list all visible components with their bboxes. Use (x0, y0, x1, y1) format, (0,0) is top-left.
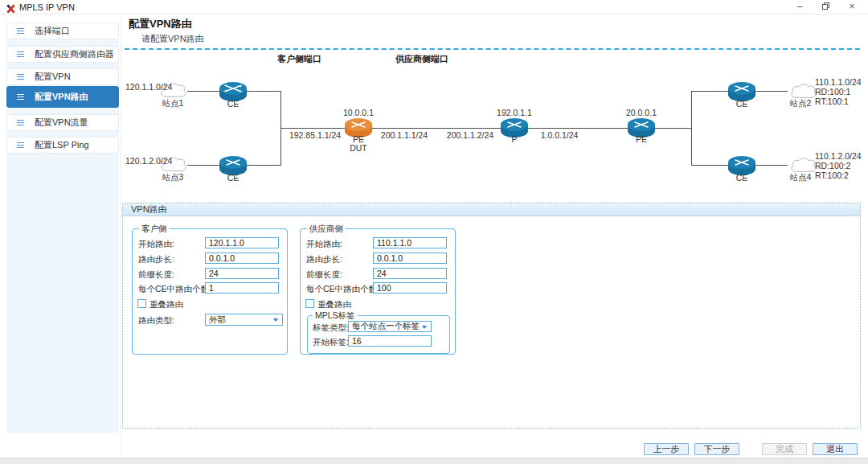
content-divider (121, 14, 121, 457)
title-bar: MPLS IP VPN – × (0, 0, 868, 14)
panel-header: VPN路由 (123, 203, 860, 216)
provider-prefix-length-input[interactable] (373, 268, 447, 279)
link-line (691, 91, 728, 92)
field-label: 开始路由: (138, 239, 174, 250)
overlap-label: 重叠路由 (149, 299, 183, 310)
pe-dut-ip: 10.0.0.1 (334, 108, 383, 117)
router-label-ce: CE (217, 99, 249, 109)
sidebar-item-select-port[interactable]: 选择端口 (6, 23, 119, 39)
customer-prefix-length-input[interactable] (205, 268, 279, 279)
page-title: 配置VPN路由 (129, 17, 192, 31)
site4-rd: RD:100:2 (815, 161, 850, 170)
menu-icon (17, 92, 24, 101)
provider-side-group: 供应商侧 开始路由: 路由步长: 前缀长度: 每个CE中路由个数: 重叠路由 M… (300, 228, 456, 355)
label-type-value: 每个站点一个标签 (352, 321, 420, 332)
router-label-ce: CE (726, 173, 758, 183)
site4-name: 站点4 (784, 172, 817, 183)
start-label-input[interactable] (348, 335, 432, 347)
customer-overlap-checkbox[interactable] (137, 299, 146, 308)
site1-name: 站点1 (157, 98, 189, 109)
finish-button: 完成 (762, 443, 807, 455)
customer-side-group: 客户侧 开始路由: 路由步长: 前缀长度: 每个CE中路由个数: 重叠路由 路由… (132, 228, 288, 355)
next-step-button[interactable]: 下一步 (694, 443, 739, 455)
sidebar-item-lsp-ping[interactable]: 配置LSP Ping (6, 137, 119, 154)
provider-routes-per-ce-input[interactable] (373, 282, 447, 294)
link-line (246, 165, 281, 166)
wizard-sidebar: 选择端口 配置供应商侧路由器 配置VPN 配置VPN路由 配置VPN流量 配置L… (6, 23, 119, 433)
link-line (528, 128, 628, 129)
link-line (691, 165, 728, 166)
sidebar-item-provider-router[interactable]: 配置供应商侧路由器 (6, 46, 119, 63)
field-label: 标签类型: (313, 322, 349, 334)
link-line (755, 91, 788, 92)
router-sublabel-dut: DUT (334, 143, 383, 153)
sidebar-item-vpn[interactable]: 配置VPN (6, 68, 119, 85)
site2-rt: RT:100:1 (815, 96, 849, 106)
provider-port-label: 供应商侧端口 (395, 53, 448, 65)
customer-start-route-input[interactable] (205, 237, 279, 248)
maximize-restore-button[interactable] (816, 0, 835, 14)
bottom-edge-strip (0, 458, 868, 464)
field-label: 每个CE中路由个数: (138, 284, 211, 295)
window-title: MPLS IP VPN (19, 2, 75, 12)
provider-start-route-input[interactable] (373, 237, 447, 248)
site4-network: 110.1.2.0/24 (815, 151, 862, 161)
link-line (372, 128, 501, 129)
site3-name: 站点3 (157, 172, 189, 183)
sidebar-item-label: 配置供应商侧路由器 (35, 48, 114, 60)
site2-name: 站点2 (784, 98, 817, 109)
prev-step-button[interactable]: 上一步 (644, 443, 689, 455)
provider-overlap-checkbox[interactable] (305, 299, 314, 308)
close-button[interactable]: × (842, 0, 862, 14)
link-line (755, 165, 788, 166)
mpls-label-group: MPLS标签 标签类型: 每个站点一个标签 开始标签: (307, 315, 450, 354)
menu-icon (17, 141, 24, 150)
p-ip: 192.0.1.1 (490, 108, 538, 117)
menu-icon (17, 118, 24, 127)
customer-route-step-input[interactable] (205, 253, 279, 264)
label-type-select[interactable]: 每个站点一个标签 (348, 321, 432, 332)
mpls-legend: MPLS标签 (313, 310, 358, 322)
site1-network: 120.1.1.0/24 (125, 82, 172, 92)
site3-network: 120.1.2.0/24 (125, 156, 172, 166)
link-label: 200.1.1.1/24 (372, 130, 436, 140)
chevron-down-icon (273, 318, 278, 322)
field-label: 开始标签: (313, 337, 349, 348)
site2-rd: RD:100:1 (815, 87, 850, 96)
site2-network: 110.1.1.0/24 (815, 77, 862, 87)
field-label: 路由步长: (306, 254, 342, 265)
link-line (691, 91, 692, 166)
minimize-button[interactable]: – (790, 0, 809, 14)
menu-icon (17, 27, 24, 35)
sidebar-item-label: 选择端口 (35, 25, 70, 37)
router-label-pe: PE (617, 134, 665, 144)
restore-icon (822, 4, 829, 10)
menu-icon (17, 72, 24, 81)
sidebar-item-label: 配置LSP Ping (35, 139, 89, 151)
customer-routes-per-ce-input[interactable] (205, 282, 279, 294)
sidebar-item-vpn-traffic[interactable]: 配置VPN流量 (6, 114, 119, 131)
link-line (280, 128, 345, 129)
exit-button[interactable]: 退出 (813, 443, 858, 455)
provider-legend: 供应商侧 (307, 224, 346, 235)
dashed-separator (125, 48, 860, 50)
customer-port-label: 客户侧端口 (277, 53, 321, 65)
sidebar-item-vpn-route[interactable]: 配置VPN路由 (6, 86, 119, 108)
provider-route-step-input[interactable] (373, 253, 447, 264)
sidebar-item-label: 配置VPN路由 (35, 91, 88, 103)
page-subtitle: 请配置VPN路由 (141, 33, 204, 45)
app-window: MPLS IP VPN – × 选择端口 配置供应商侧路由器 配置VPN 配置V… (0, 0, 868, 464)
pe-ip: 20.0.0.1 (617, 108, 665, 117)
link-label: 1.0.0.1/24 (527, 130, 592, 140)
customer-legend: 客户侧 (139, 224, 170, 235)
link-line (655, 128, 691, 129)
sidebar-item-label: 配置VPN流量 (35, 117, 88, 129)
link-line (187, 165, 220, 166)
field-label: 路由类型: (138, 315, 174, 326)
link-line (187, 91, 220, 92)
site4-rt: RT:100:2 (815, 170, 849, 180)
router-label-ce: CE (726, 99, 758, 109)
overlap-label: 重叠路由 (317, 299, 351, 310)
route-type-select[interactable]: 外部 (205, 314, 283, 326)
chevron-down-icon (422, 326, 427, 329)
